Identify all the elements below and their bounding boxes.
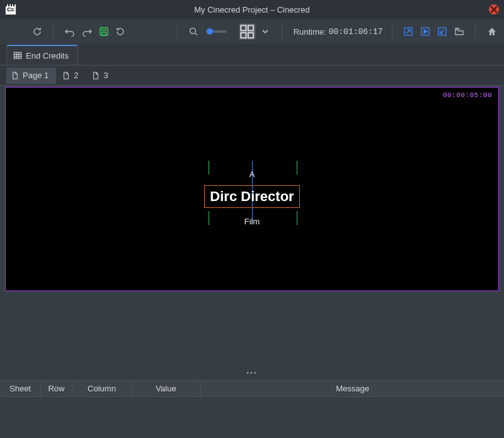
play-start-button[interactable] xyxy=(401,23,415,40)
svg-rect-0 xyxy=(100,28,108,35)
window-title: My Cinecred Project – Cinecred xyxy=(0,5,504,14)
play-icon xyxy=(420,26,430,37)
play-end-icon xyxy=(437,26,447,37)
table-body xyxy=(0,397,504,438)
svg-rect-5 xyxy=(241,33,246,38)
close-button[interactable] xyxy=(489,4,499,14)
title-bar: Cc My Cinecred Project – Cinecred xyxy=(0,0,504,19)
save-button[interactable] xyxy=(96,23,111,40)
preview-canvas[interactable]: 00:00:05:00 A Dirc Director Film xyxy=(5,87,499,291)
app-icon: Cc xyxy=(5,4,16,15)
undo-icon xyxy=(65,26,75,37)
table-header: Sheet Row Column Value Message xyxy=(0,381,504,397)
play-button[interactable] xyxy=(418,23,432,40)
page-tab-3-label: 3 xyxy=(103,71,108,80)
tab-end-credits[interactable]: End Credits xyxy=(6,45,78,65)
revert-icon xyxy=(115,26,125,37)
col-value[interactable]: Value xyxy=(132,381,201,396)
canvas-wrapper: 00:00:05:00 A Dirc Director Film xyxy=(0,86,504,292)
tab-end-credits-label: End Credits xyxy=(26,51,69,61)
chevron-down-icon xyxy=(260,26,270,37)
undo-button[interactable] xyxy=(62,23,77,40)
credit-top-line: A xyxy=(249,170,255,179)
home-button[interactable] xyxy=(484,23,499,40)
page-icon xyxy=(11,72,19,79)
refresh-button[interactable] xyxy=(30,23,44,40)
page-tab-2[interactable]: 2 xyxy=(57,67,86,84)
svg-rect-6 xyxy=(248,33,253,38)
splitter-handle[interactable]: ••• xyxy=(246,369,258,376)
credits-block: A Dirc Director Film xyxy=(208,170,296,226)
svg-rect-4 xyxy=(248,25,253,30)
page-tab-1[interactable]: Page 1 xyxy=(6,67,56,84)
folder-open-icon xyxy=(454,26,464,37)
credit-sub-line: Film xyxy=(244,217,260,226)
zoom-slider[interactable] xyxy=(206,30,227,33)
canvas-timecode: 00:00:05:00 xyxy=(443,91,492,99)
page-tab-bar: Page 1 2 3 xyxy=(0,66,504,86)
main-tab-bar: End Credits xyxy=(0,44,504,66)
play-end-button[interactable] xyxy=(435,23,449,40)
layout-dropdown[interactable] xyxy=(258,23,273,40)
open-folder-button[interactable] xyxy=(452,23,466,40)
guide-marker xyxy=(297,211,297,225)
svg-rect-3 xyxy=(241,25,246,30)
messages-table: Sheet Row Column Value Message xyxy=(0,380,504,438)
empty-panel: ••• xyxy=(0,292,504,380)
svg-rect-10 xyxy=(14,52,21,59)
revert-button[interactable] xyxy=(113,23,128,40)
page-icon xyxy=(92,72,100,79)
runtime-value: 00:01:06:17 xyxy=(329,27,383,37)
svg-point-2 xyxy=(190,28,196,34)
runtime-label: Runtime: xyxy=(294,27,326,37)
layout-grid-button[interactable] xyxy=(239,23,255,40)
close-icon xyxy=(489,4,499,14)
zoom-slider-knob[interactable] xyxy=(207,28,213,35)
redo-button[interactable] xyxy=(79,23,94,40)
toolbar: Runtime: 00:01:06:17 xyxy=(0,19,504,44)
refresh-icon xyxy=(32,26,42,37)
page-tab-3[interactable]: 3 xyxy=(87,67,115,84)
save-icon xyxy=(99,26,109,37)
play-start-icon xyxy=(403,26,413,37)
page-tab-1-label: Page 1 xyxy=(23,71,49,80)
page-icon xyxy=(62,72,70,79)
spreadsheet-icon xyxy=(13,51,22,60)
grid-icon xyxy=(239,23,255,40)
page-tab-2-label: 2 xyxy=(74,71,78,80)
svg-rect-1 xyxy=(102,32,106,35)
col-message[interactable]: Message xyxy=(201,381,504,396)
col-column[interactable]: Column xyxy=(72,381,132,396)
home-icon xyxy=(487,26,497,37)
redo-icon xyxy=(82,26,92,37)
zoom-button[interactable] xyxy=(186,23,201,40)
col-sheet[interactable]: Sheet xyxy=(0,381,41,396)
guide-marker xyxy=(297,161,297,175)
credit-main-line[interactable]: Dirc Director xyxy=(204,185,299,208)
col-row[interactable]: Row xyxy=(41,381,72,396)
search-icon xyxy=(188,26,198,37)
